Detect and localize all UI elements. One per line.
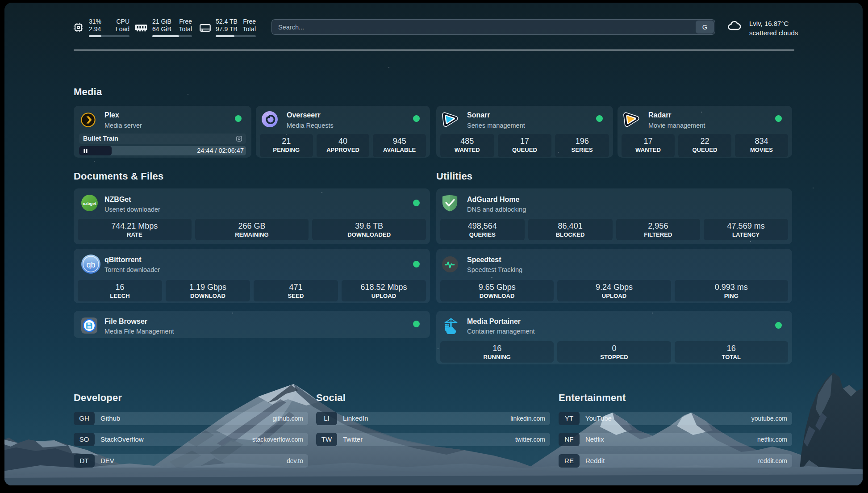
svg-text:nzbget: nzbget — [83, 201, 96, 206]
svg-text:qb: qb — [86, 260, 95, 269]
